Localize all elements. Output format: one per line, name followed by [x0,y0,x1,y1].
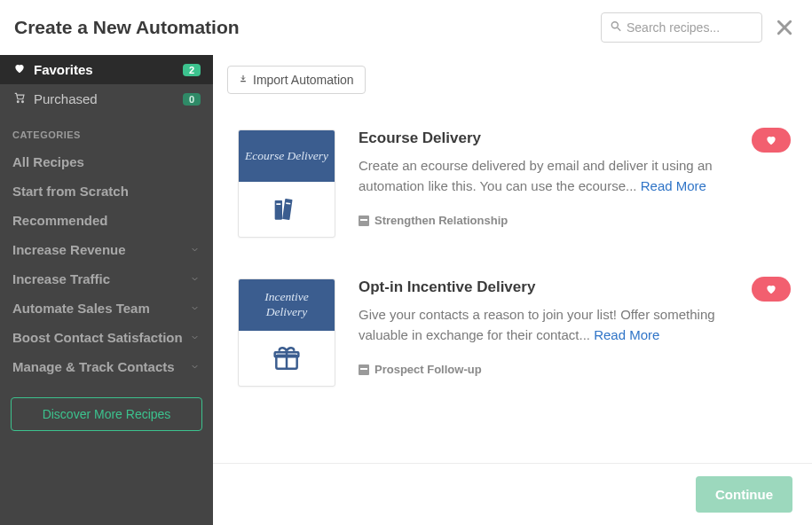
search-wrapper [601,12,762,43]
recipe-card: Ecourse Delivery Ecourse Delivery Create… [234,115,791,264]
main-toolbar: Import Automation [213,55,812,105]
sidebar-item-label: Favorites [34,62,176,77]
close-button[interactable] [773,16,796,39]
favorite-button[interactable] [752,128,791,153]
recipe-thumbnail[interactable]: Incentive Delivery [238,278,335,387]
svg-rect-9 [276,203,280,205]
modal-footer: Continue [213,463,812,525]
recipe-title: Opt-in Incentive Delivery [359,278,734,296]
discover-more-recipes-button[interactable]: Discover More Recipes [11,397,202,431]
archive-icon [359,364,369,375]
category-boost-contact-satisfaction[interactable]: Boost Contact Satisfaction [0,323,213,352]
recipe-body: Opt-in Incentive Delivery Give your cont… [359,278,791,387]
svg-rect-8 [282,199,292,220]
category-manage-track-contacts[interactable]: Manage & Track Contacts [0,352,213,381]
recipe-body: Ecourse Delivery Create an ecourse deliv… [359,129,791,238]
page-title: Create a New Automation [14,17,590,38]
close-icon [776,19,793,36]
category-label: Increase Traffic [12,271,188,286]
continue-button[interactable]: Continue [696,476,792,513]
category-increase-revenue[interactable]: Increase Revenue [0,235,213,264]
category-start-from-scratch[interactable]: Start from Scratch [0,176,213,206]
gift-icon [239,331,335,386]
category-recommended[interactable]: Recommended [0,206,213,235]
category-label: All Recipes [12,154,201,169]
category-label: Increase Revenue [12,242,188,257]
search-input[interactable] [601,12,762,43]
sidebar-item-favorites[interactable]: Favorites 2 [0,55,213,84]
category-label: Boost Contact Satisfaction [12,330,188,345]
recipe-description: Give your contacts a reason to join your… [359,305,734,345]
recipe-list: Ecourse Delivery Ecourse Delivery Create… [213,105,812,463]
heart-icon [765,283,777,295]
category-label: Automate Sales Team [12,301,188,316]
cart-icon [12,91,27,106]
recipe-tag[interactable]: Prospect Follow-up [359,363,482,376]
recipe-description: Create an ecourse delivered by email and… [359,156,734,196]
recipe-tag[interactable]: Strengthen Relationship [359,214,508,227]
category-automate-sales-team[interactable]: Automate Sales Team [0,294,213,323]
svg-line-1 [618,27,621,31]
category-increase-traffic[interactable]: Increase Traffic [0,264,213,294]
purchased-count-badge: 0 [183,93,201,106]
svg-rect-7 [275,200,282,220]
search-icon [610,20,622,35]
read-more-link[interactable]: Read More [641,178,706,193]
recipe-description-text: Give your contacts a reason to join your… [359,307,715,342]
category-label: Manage & Track Contacts [12,359,188,374]
svg-point-4 [17,101,19,103]
chevron-down-icon [188,244,201,256]
books-icon [239,182,335,237]
favorite-button[interactable] [752,277,791,302]
recipe-thumbnail[interactable]: Ecourse Delivery [238,129,335,238]
recipe-tag-label: Strengthen Relationship [374,214,508,227]
import-automation-button[interactable]: Import Automation [227,66,366,94]
sidebar: Favorites 2 Purchased 0 CATEGORIES All R… [0,55,213,525]
recipe-tag-label: Prospect Follow-up [374,363,482,376]
chevron-down-icon [188,302,201,315]
chevron-down-icon [188,273,201,286]
chevron-down-icon [188,332,201,344]
category-label: Start from Scratch [12,184,201,199]
sidebar-top-section: Favorites 2 Purchased 0 [0,55,213,114]
svg-point-0 [611,22,618,28]
heart-icon [765,134,777,146]
thumbnail-title: Incentive Delivery [239,279,335,331]
heart-icon [12,62,27,77]
download-icon [239,73,248,87]
chevron-down-icon [188,361,201,373]
category-label: Recommended [12,213,201,228]
archive-icon [359,215,369,226]
sidebar-item-label: Purchased [34,91,176,106]
svg-point-5 [22,101,24,103]
sidebar-item-purchased[interactable]: Purchased 0 [0,84,213,114]
recipe-card: Incentive Delivery Opt-in Incentive Deli… [234,264,791,413]
svg-rect-6 [240,81,246,82]
main-content: Import Automation Ecourse Delivery Ecour… [213,55,812,525]
modal-header: Create a New Automation [0,0,812,55]
categories-heading: CATEGORIES [0,114,213,147]
category-all-recipes[interactable]: All Recipes [0,147,213,176]
read-more-link[interactable]: Read More [594,327,659,342]
recipe-title: Ecourse Delivery [359,129,734,147]
import-button-label: Import Automation [253,73,354,87]
favorites-count-badge: 2 [183,64,201,76]
thumbnail-title: Ecourse Delivery [239,130,335,182]
